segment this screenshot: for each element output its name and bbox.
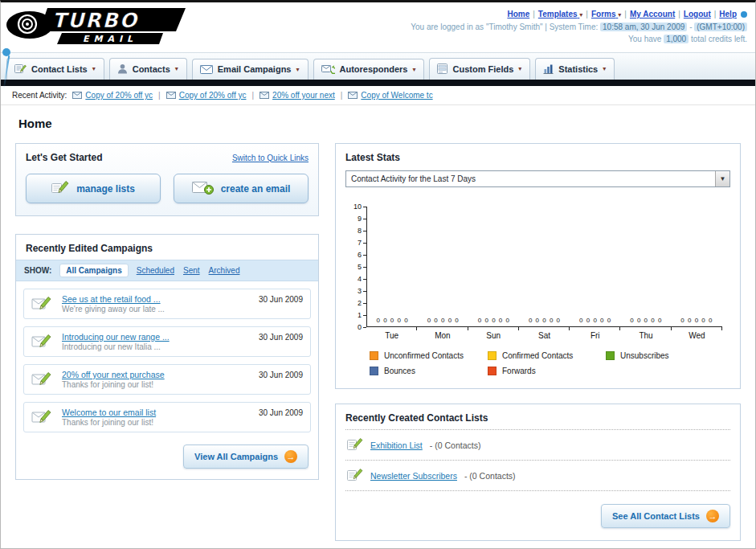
dropdown-arrow-icon: ▼ — [715, 171, 729, 186]
filter-archived[interactable]: Archived — [209, 266, 240, 275]
header-right: Home|Templates ▾|Forms ▾|My Account|Logo… — [411, 6, 747, 51]
chevron-down-icon: ▾ — [579, 10, 582, 20]
get-started-title: Let's Get Started — [26, 152, 103, 163]
legend-swatch — [606, 351, 615, 360]
envelope-icon — [166, 92, 176, 99]
recent-activity-item[interactable]: Copy of 20% off yc — [166, 91, 247, 100]
header-link-home[interactable]: Home — [507, 10, 529, 18]
get-started-panel: Let's Get Started Switch to Quick Links … — [15, 143, 319, 216]
separator: | — [251, 91, 254, 100]
x-axis-label: Thu — [620, 327, 671, 340]
legend-item: Unsubscribes — [606, 351, 724, 360]
show-label: SHOW: — [24, 266, 51, 275]
login-dash: - — [689, 23, 692, 31]
header-link-forms[interactable]: Forms ▾ — [591, 10, 621, 18]
latest-stats-title: Latest Stats — [345, 152, 400, 163]
statistics-icon — [543, 64, 554, 74]
view-all-campaigns-label: View All Campaigns — [194, 452, 278, 461]
recent-activity-item-label: 20% off your next — [272, 91, 335, 100]
bar-value-labels: 0 0 0 0 0 — [468, 317, 519, 326]
envelope-icon — [348, 92, 358, 99]
campaign-title-link[interactable]: 20% off your next purchase — [62, 370, 252, 379]
campaign-date: 30 Jun 2009 — [259, 294, 303, 304]
campaign-date: 30 Jun 2009 — [259, 408, 303, 417]
view-all-campaigns-button[interactable]: View All Campaigns → — [183, 445, 309, 469]
main-content: Home Let's Get Started Switch to Quick L… — [1, 105, 755, 549]
arrow-right-icon: → — [284, 450, 297, 463]
recent-activity-item[interactable]: Copy of Welcome tc — [348, 91, 432, 100]
contact-activity-chart: 109876543210 0 0 0 0 00 0 0 0 00 0 0 0 0… — [336, 194, 740, 388]
filter-sent[interactable]: Sent — [183, 266, 200, 275]
custom-fields-icon — [437, 64, 447, 74]
recent-activity-item[interactable]: 20% off your next — [259, 91, 335, 100]
campaign-subtitle: Thanks for joining our list! — [62, 418, 153, 427]
tab-statistics[interactable]: Statistics ▾ — [535, 58, 615, 80]
header-nav: Home|Templates ▾|Forms ▾|My Account|Logo… — [411, 8, 747, 21]
campaign-row: Welcome to our email listThanks for join… — [23, 402, 311, 432]
header-link-help[interactable]: Help — [719, 10, 737, 18]
contact-list-link[interactable]: Exhibition List — [370, 440, 423, 450]
legend-item: Confirmed Contacts — [488, 351, 606, 360]
legend-swatch — [488, 351, 497, 360]
see-all-contact-lists-button[interactable]: See All Contact Lists → — [601, 504, 730, 528]
tab-custom-fields[interactable]: Custom Fields ▾ — [429, 58, 530, 80]
page-title: Home — [18, 117, 741, 130]
legend-label: Forwards — [502, 367, 536, 375]
contact-list-link[interactable]: Newsletter Subscribers — [370, 471, 457, 481]
contact-list-row: Newsletter Subscribers - (0 Contacts) — [345, 461, 730, 491]
edit-pencil-icon — [347, 468, 363, 483]
switch-quick-links-link[interactable]: Switch to Quick Links — [232, 154, 309, 162]
x-axis-label: Mon — [417, 327, 468, 340]
chevron-down-icon: ▾ — [518, 65, 521, 72]
turbo-email-logo-graphic: TURBO EMAIL — [6, 6, 189, 49]
legend-swatch — [488, 367, 497, 375]
manage-lists-button[interactable]: manage lists — [26, 174, 161, 203]
filter-all-campaigns[interactable]: All Campaigns — [60, 264, 127, 277]
separator: | — [624, 10, 627, 18]
header-link-logout[interactable]: Logout — [684, 10, 711, 18]
credits-prefix: You have — [628, 35, 661, 43]
edit-pencil-icon — [347, 437, 363, 453]
x-axis-label: Sun — [468, 327, 519, 340]
legend-label: Bounces — [384, 367, 415, 375]
contact-list-row: Exhibition List - (0 Contacts) — [345, 430, 730, 461]
campaign-title-link[interactable]: Introducing our new range ... — [62, 332, 252, 342]
tab-email-campaigns[interactable]: Email Campaigns ▾ — [192, 59, 309, 80]
manage-lists-label: manage lists — [76, 183, 135, 195]
header-link-templates[interactable]: Templates ▾ — [538, 10, 583, 18]
filter-scheduled[interactable]: Scheduled — [137, 266, 174, 275]
credits-amount: 1,000 — [664, 35, 689, 43]
legend-item: Unconfirmed Contacts — [370, 351, 488, 360]
campaign-edit-icon — [31, 408, 55, 426]
campaign-title-link[interactable]: Welcome to our email list — [62, 408, 252, 417]
recent-activity-bar: Recent Activity: Copy of 20% off yc | Co… — [1, 86, 755, 105]
create-email-button[interactable]: create an email — [174, 174, 309, 203]
campaign-edit-icon — [31, 371, 55, 388]
separator: | — [714, 10, 717, 18]
recent-activity-item-label: Copy of Welcome tc — [361, 91, 432, 100]
tab-label: Email Campaigns — [218, 64, 292, 74]
chart-x-axis: TueMonSunSatFriThuWed — [366, 327, 722, 340]
credits-suffix: total credits left. — [691, 35, 747, 43]
campaign-title-link[interactable]: See us at the retail food ... — [62, 294, 252, 304]
nav-divider-bar — [1, 80, 755, 86]
tab-contact-lists[interactable]: Contact Lists ▾ — [6, 58, 104, 80]
tab-contacts[interactable]: Contacts ▾ — [109, 58, 187, 80]
legend-swatch — [370, 367, 378, 375]
legend-item: Forwards — [488, 367, 606, 375]
right-column: Latest Stats Contact Activity for the La… — [335, 143, 741, 541]
stats-range-dropdown[interactable]: Contact Activity for the Last 7 Days ▼ — [345, 170, 730, 187]
header-link-my-account[interactable]: My Account — [630, 10, 675, 18]
bar-value-labels: 0 0 0 0 0 — [621, 317, 672, 326]
app-logo: TURBO EMAIL — [6, 6, 206, 51]
recent-campaigns-title: Recently Edited Campaigns — [26, 243, 153, 254]
email-campaigns-icon — [200, 65, 213, 74]
campaign-date: 30 Jun 2009 — [259, 332, 303, 342]
campaign-subtitle: We're giving away our late ... — [62, 305, 165, 313]
main-nav: Contact Lists ▾ Contacts ▾ Email Campaig… — [1, 52, 755, 80]
recent-activity-label: Recent Activity: — [12, 91, 67, 100]
recent-activity-item[interactable]: Copy of 20% off yc — [72, 91, 153, 100]
x-axis-label: Tue — [366, 327, 417, 340]
tab-autoresponders[interactable]: Autoresponders ▾ — [313, 59, 425, 80]
legend-swatch — [370, 351, 378, 360]
